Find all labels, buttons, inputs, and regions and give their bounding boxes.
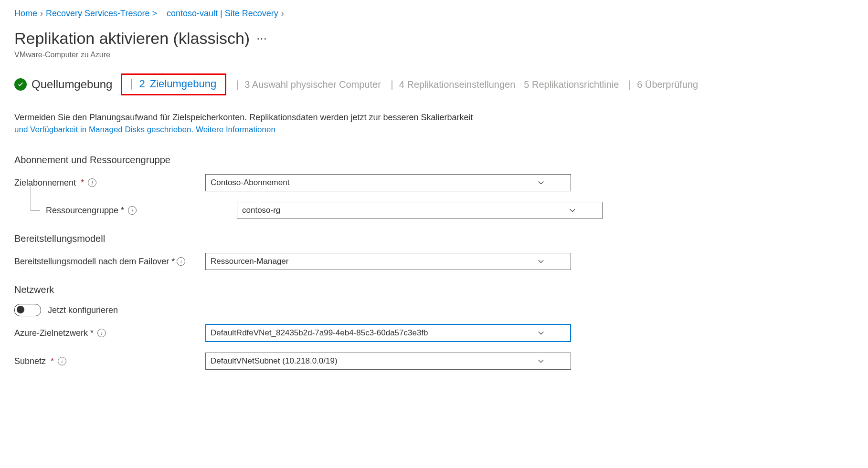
select-value: DefaultVNetSubnet (10.218.0.0/19) <box>211 356 338 366</box>
label-resource-group: Ressourcengruppe * i <box>14 206 237 216</box>
label-deployment-model: Bereitstellungsmodell nach dem Failover … <box>14 257 205 267</box>
chevron-right-icon: › <box>40 9 43 19</box>
breadcrumb: Home › Recovery Services-Tresore > conto… <box>14 9 854 19</box>
separator-icon: ∣ <box>235 79 240 90</box>
info-line: Vermeiden Sie den Planungsaufwand für Zi… <box>14 113 473 122</box>
info-icon[interactable]: i <box>177 257 185 266</box>
step-number: 2 <box>139 78 145 90</box>
select-target-network[interactable]: DefaultRdfeVNet_82435b2d-7a99-4eb4-85c3-… <box>205 324 571 342</box>
page-subtitle: VMware-Computer zu Azure <box>14 51 854 59</box>
check-circle-icon <box>14 78 27 91</box>
toggle-configure-now[interactable] <box>14 304 41 316</box>
step-source-environment[interactable]: Quellumgebung <box>14 78 112 91</box>
page-title: Replikation aktivieren (klassisch) <box>14 29 250 48</box>
breadcrumb-home[interactable]: Home <box>14 9 37 19</box>
required-icon: * <box>81 178 84 188</box>
step-label: 3 Auswahl physischer Computer <box>244 79 381 90</box>
select-value: DefaultRdfeVNet_82435b2d-7a99-4eb4-85c3-… <box>211 328 428 338</box>
info-icon[interactable]: i <box>97 329 106 337</box>
section-heading-network: Netzwerk <box>14 284 854 295</box>
separator-icon: ∣ <box>627 79 632 90</box>
info-learn-more-link[interactable]: und Verfügbarkeit in Managed Disks gesch… <box>14 125 275 134</box>
chevron-right-icon: › <box>281 9 284 19</box>
info-icon[interactable]: i <box>58 357 66 365</box>
label-text: Zielabonnement <box>14 178 76 188</box>
wizard-stepper: Quellumgebung ∣ 2 Zielumgebung ∣ 3 Auswa… <box>14 73 854 95</box>
separator-icon: ∣ <box>390 79 394 90</box>
step-label: 6 Überprüfung <box>637 79 698 90</box>
select-value: Ressourcen-Manager <box>211 257 288 266</box>
step-replication-settings: ∣ 4 Replikationseinstellungen <box>390 79 516 90</box>
step-label: Quellumgebung <box>32 78 112 91</box>
step-select-machines: ∣ 3 Auswahl physischer Computer <box>235 79 381 90</box>
step-replication-policy: 5 Replikationsrichtlinie <box>524 79 619 90</box>
label-text: Bereitstellungsmodell nach dem Failover … <box>14 257 175 267</box>
label-subnet: Subnetz * i <box>14 356 205 366</box>
select-target-subscription[interactable]: Contoso-Abonnement <box>205 174 571 191</box>
info-icon[interactable]: i <box>88 178 96 187</box>
label-target-subscription: Zielabonnement * i <box>14 178 205 188</box>
toggle-label: Jetzt konfigurieren <box>48 305 118 315</box>
step-label: Zielumgebung <box>150 78 216 90</box>
label-text: Ressourcengruppe * <box>46 206 124 216</box>
select-value: contoso-rg <box>242 206 280 215</box>
breadcrumb-vault[interactable]: contoso-vault | Site Recovery <box>167 9 278 19</box>
required-icon: * <box>51 356 54 366</box>
separator-icon: ∣ <box>129 78 134 90</box>
select-deployment-model[interactable]: Ressourcen-Manager <box>205 253 571 270</box>
breadcrumb-recovery-services[interactable]: Recovery Services-Tresore > <box>46 9 157 19</box>
section-heading-deployment-model: Bereitstellungsmodell <box>14 233 854 244</box>
select-subnet[interactable]: DefaultVNetSubnet (10.218.0.0/19) <box>205 353 571 370</box>
toggle-knob <box>17 306 24 313</box>
step-review: ∣ 6 Überprüfung <box>627 79 698 90</box>
label-text: Subnetz <box>14 356 46 366</box>
breadcrumb-item-label: Recovery Services-Tresore <box>46 9 149 18</box>
step-target-environment[interactable]: ∣ 2 Zielumgebung <box>121 73 226 95</box>
label-text: Azure-Zielnetzwerk * <box>14 328 94 338</box>
info-icon[interactable]: i <box>128 206 137 215</box>
step-label: 5 Replikationsrichtlinie <box>524 79 619 90</box>
step-label: 4 Replikationseinstellungen <box>399 79 516 90</box>
label-target-network: Azure-Zielnetzwerk * i <box>14 328 205 338</box>
section-heading-subscription-rg: Abonnement und Ressourcengruppe <box>14 155 854 166</box>
more-actions-icon[interactable]: ⋯ <box>256 32 268 45</box>
select-resource-group[interactable]: contoso-rg <box>237 202 603 219</box>
select-value: Contoso-Abonnement <box>211 178 289 187</box>
info-text: Vermeiden Sie den Planungsaufwand für Zi… <box>14 112 587 135</box>
